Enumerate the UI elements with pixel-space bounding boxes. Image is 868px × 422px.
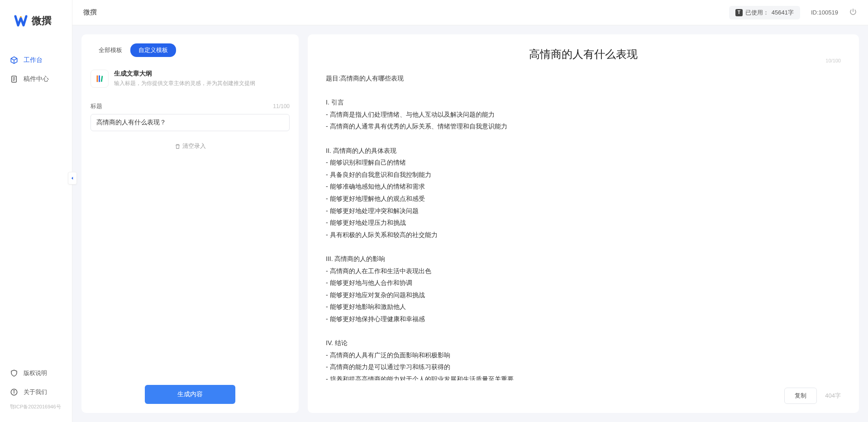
- tab-all-templates[interactable]: 全部模板: [91, 43, 130, 57]
- nav-item-label: 关于我们: [24, 388, 47, 396]
- logo: 微撰: [0, 0, 72, 37]
- word-count: 404字: [825, 392, 841, 400]
- title-field-counter: 11/100: [273, 103, 290, 109]
- template-icon: [91, 70, 109, 88]
- clear-input-button[interactable]: 清空录入: [175, 142, 206, 150]
- template-desc: 输入标题，为你提供文章主体的灵感，并为其创建推文提纲: [114, 80, 290, 87]
- shield-icon: [10, 369, 18, 377]
- nav-item-drafts[interactable]: 稿件中心: [0, 70, 72, 89]
- document-icon: [10, 75, 18, 83]
- sidebar-collapse-handle[interactable]: [68, 172, 77, 185]
- user-id: ID:100519: [811, 9, 838, 16]
- usage-label: 已使用：: [745, 9, 769, 17]
- copy-button[interactable]: 复制: [784, 388, 817, 404]
- title-field-label: 标题: [91, 102, 102, 110]
- result-title-counter: 10/100: [825, 58, 841, 63]
- generate-button[interactable]: 生成内容: [145, 385, 235, 404]
- cube-icon: [10, 56, 18, 64]
- nav-primary: 工作台 稿件中心: [0, 37, 72, 364]
- sidebar: 微撰 工作台 稿件中心 版权说明: [0, 0, 72, 422]
- template-tabs: 全部模板 自定义模板: [81, 34, 299, 62]
- usage-value: 45641字: [772, 9, 794, 17]
- logo-icon: [14, 14, 28, 28]
- trash-icon: [175, 143, 181, 149]
- result-title: 高情商的人有什么表现: [326, 47, 841, 62]
- text-badge-icon: T: [735, 9, 743, 16]
- header-title: 微撰: [83, 8, 97, 17]
- nav-item-about[interactable]: 关于我们: [0, 383, 72, 402]
- power-button[interactable]: [849, 8, 857, 17]
- result-body[interactable]: 题目:高情商的人有哪些表现 I. 引言 - 高情商是指人们处理情绪、与他人互动以…: [308, 65, 859, 380]
- nav-secondary: 版权说明 关于我们 鄂ICP备2022016946号: [0, 364, 72, 422]
- template-title: 生成文章大纲: [114, 70, 290, 78]
- header: 微撰 T 已使用： 45641字 ID:100519: [72, 0, 868, 25]
- usage-pill[interactable]: T 已使用： 45641字: [729, 6, 800, 19]
- template-card: 生成文章大纲 输入标题，为你提供文章主体的灵感，并为其创建推文提纲: [91, 67, 290, 90]
- tab-custom-templates[interactable]: 自定义模板: [130, 43, 176, 57]
- icp-text: 鄂ICP备2022016946号: [0, 402, 72, 415]
- info-icon: [10, 388, 18, 396]
- nav-item-label: 工作台: [24, 56, 43, 64]
- title-input[interactable]: [91, 114, 290, 131]
- nav-item-copyright[interactable]: 版权说明: [0, 364, 72, 383]
- nav-item-label: 版权说明: [24, 369, 47, 377]
- result-panel: 高情商的人有什么表现 10/100 题目:高情商的人有哪些表现 I. 引言 - …: [308, 34, 859, 413]
- chevron-left-icon: [70, 176, 75, 180]
- power-icon: [849, 8, 857, 16]
- input-panel: 全部模板 自定义模板 生成文章大纲 输入标题，为你提供文章主体的灵感，并为其创建…: [81, 34, 299, 413]
- logo-text: 微撰: [32, 14, 52, 28]
- svg-point-6: [14, 390, 14, 391]
- nav-item-workspace[interactable]: 工作台: [0, 51, 72, 70]
- nav-item-label: 稿件中心: [24, 75, 49, 83]
